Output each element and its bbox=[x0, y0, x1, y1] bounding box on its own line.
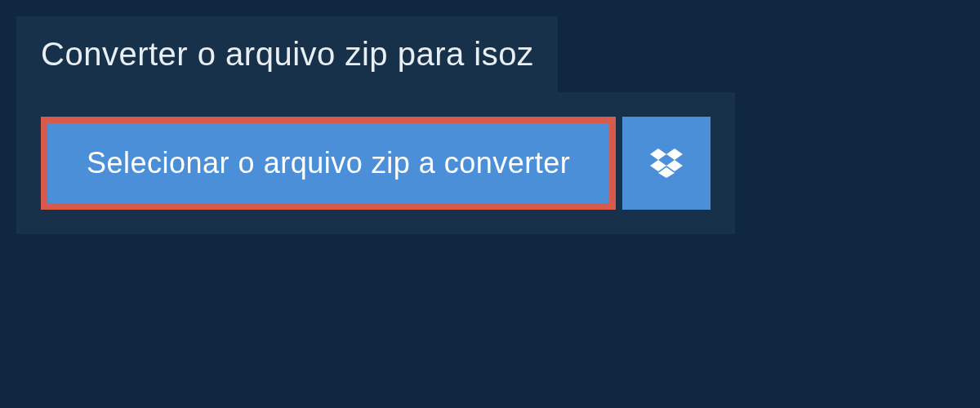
select-file-button[interactable]: Selecionar o arquivo zip a converter bbox=[41, 117, 616, 210]
dropbox-button[interactable] bbox=[622, 117, 710, 210]
converter-panel: Converter o arquivo zip para isoz Seleci… bbox=[0, 0, 980, 251]
action-panel: Selecionar o arquivo zip a converter bbox=[16, 92, 735, 234]
dropbox-icon bbox=[650, 149, 683, 178]
title-bar: Converter o arquivo zip para isoz bbox=[16, 16, 558, 92]
select-file-label: Selecionar o arquivo zip a converter bbox=[87, 146, 570, 180]
button-row: Selecionar o arquivo zip a converter bbox=[41, 117, 710, 210]
page-title: Converter o arquivo zip para isoz bbox=[41, 36, 533, 73]
